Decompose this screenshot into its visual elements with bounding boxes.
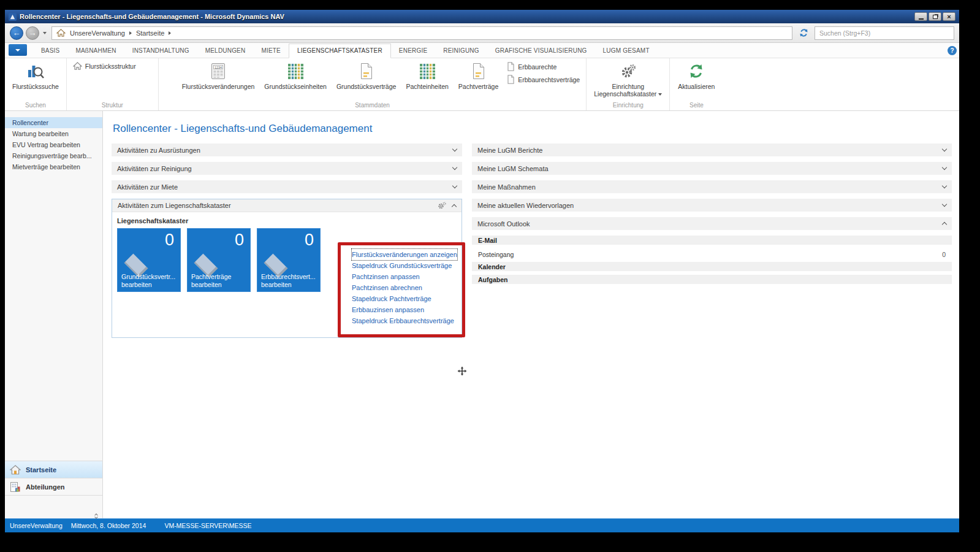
- button-label: Grundstückseinheiten: [264, 83, 327, 90]
- outlook-posteingang[interactable]: Posteingang 0: [472, 248, 952, 261]
- chevron-down-icon[interactable]: [452, 147, 457, 151]
- section-title: Aktivitäten zur Miete: [117, 183, 178, 191]
- nav-item-reinigungsvertraege-bearbeiten[interactable]: Reinigungsverträge bearb...: [5, 150, 102, 161]
- tile-grundstuecksvertraege-bearbeiten[interactable]: 0 Grundstücksvertr...bearbeiten: [117, 228, 181, 292]
- section-aktivitaeten-liegenschaftskataster: Aktivitäten zum Liegenschaftskataster Li…: [112, 199, 462, 338]
- app-icon: [9, 13, 17, 21]
- breadcrumb-arrow-icon[interactable]: [129, 31, 132, 35]
- close-button[interactable]: ×: [943, 12, 955, 21]
- link-stapeldruck-erbbaurechtsvertraege[interactable]: Stapeldruck Erbbaurechtsverträge: [352, 315, 457, 326]
- chevron-down-icon[interactable]: [452, 183, 457, 188]
- link-stapeldruck-pachtvertraege[interactable]: Stapeldruck Pachtverträge: [352, 293, 457, 304]
- nav-startseite[interactable]: Startseite: [5, 461, 102, 478]
- button-label: Pachteinheiten: [406, 83, 448, 90]
- nav-list: Rollencenter Wartung bearbeiten EVU Vert…: [5, 111, 102, 172]
- forward-button[interactable]: →: [26, 26, 39, 40]
- window-controls: ×: [914, 12, 955, 21]
- ribbon-button-pachteinheiten[interactable]: Pachteinheiten: [401, 59, 453, 101]
- section-title: Aktivitäten zum Liegenschaftskataster: [118, 202, 231, 209]
- ribbon-button-aktualisieren[interactable]: Aktualisieren: [673, 59, 720, 101]
- breadcrumb[interactable]: UnsereVerwaltung Startseite: [51, 26, 792, 40]
- help-icon[interactable]: ?: [948, 46, 957, 55]
- section-aktivitaeten-zur-reinigung[interactable]: Aktivitäten zur Reinigung: [112, 162, 462, 175]
- tab-massnahmen[interactable]: MAßNAHMEN: [67, 44, 124, 58]
- section-microsoft-outlook[interactable]: Microsoft Outlook: [472, 217, 952, 230]
- chevron-down-icon[interactable]: [452, 165, 457, 170]
- nav-item-rollencenter[interactable]: Rollencenter: [5, 117, 102, 128]
- nav-item-wartung-bearbeiten[interactable]: Wartung bearbeiten: [5, 128, 102, 139]
- tab-reinigung[interactable]: REINIGUNG: [435, 44, 487, 58]
- nav-item-evu-vertrag-bearbeiten[interactable]: EVU Vertrag bearbeiten: [5, 139, 102, 150]
- status-server: VM-MESSE-SERVER\MESSE: [164, 522, 251, 529]
- document-icon: [359, 62, 374, 80]
- tab-basis[interactable]: BASIS: [33, 44, 67, 58]
- action-links: Flurstücksveränderungen anzeigen Stapeld…: [352, 249, 457, 326]
- chevron-down-icon[interactable]: [942, 183, 947, 188]
- section-title: Microsoft Outlook: [477, 220, 530, 228]
- chevron-down-icon[interactable]: [942, 202, 947, 207]
- link-stapeldruck-grundstuecksvertraege[interactable]: Stapeldruck Grundstücksverträge: [352, 260, 457, 271]
- outlook-row-label: Posteingang: [478, 251, 514, 258]
- ribbon-button-einrichtung-liegenschaftskataster[interactable]: Einrichtung Liegenschaftskataster: [589, 59, 667, 101]
- ribbon-button-pachtvertraege[interactable]: Pachtverträge: [454, 59, 503, 101]
- chevron-down-icon[interactable]: [942, 147, 947, 151]
- tab-energie[interactable]: ENERGIE: [391, 44, 435, 58]
- chevron-down-icon[interactable]: [942, 165, 947, 170]
- ribbon-button-flurstueckssuche[interactable]: Flurstückssuche: [7, 59, 64, 101]
- section-meine-massnahmen[interactable]: Meine Maßnahmen: [472, 180, 952, 193]
- link-pachtzinsen-anpassen[interactable]: Pachtzinsen anpassen: [352, 271, 457, 282]
- refresh-button[interactable]: [797, 27, 810, 39]
- breadcrumb-page[interactable]: Startseite: [136, 29, 164, 37]
- tab-meldungen[interactable]: MELDUNGEN: [197, 44, 254, 58]
- outlook-email-header[interactable]: E-Mail: [472, 236, 952, 245]
- button-label: Flurstücksveränderungen: [182, 83, 254, 90]
- section-meine-lugm-berichte[interactable]: Meine LuGM Berichte: [472, 144, 952, 156]
- chevron-up-icon[interactable]: [942, 222, 947, 227]
- outlook-row-label: Aufgaben: [478, 276, 507, 283]
- search-input[interactable]: [815, 29, 954, 37]
- section-aktivitaeten-zu-ausruestungen[interactable]: Aktivitäten zu Ausrüstungen: [112, 144, 462, 156]
- section-meine-aktuellen-wiedervorlagen[interactable]: Meine aktuellen Wiedervorlagen: [472, 199, 952, 212]
- outlook-aufgaben-header[interactable]: Aufgaben: [472, 275, 952, 284]
- ribbon-button-flurstuecksstruktur[interactable]: Flurstücksstruktur: [73, 62, 136, 70]
- cue-panel-body: Liegenschaftskataster 0 Grundstücksvertr…: [112, 217, 462, 337]
- tile-erbbaurechtsvertraege-bearbeiten[interactable]: 0 Erbbaurechtsvert...bearbeiten: [257, 228, 321, 292]
- nav-abteilungen[interactable]: Abteilungen: [5, 478, 102, 495]
- restore-button[interactable]: [929, 12, 941, 21]
- ribbon-group-struktur: Flurstücksstruktur Struktur: [67, 58, 159, 110]
- button-label: Flurstücksstruktur: [85, 63, 136, 70]
- outlook-kalender-header[interactable]: Kalender: [472, 262, 952, 271]
- tab-lugm-gesamt[interactable]: LUGM GESAMT: [595, 44, 658, 58]
- tab-miete[interactable]: MIETE: [253, 44, 289, 58]
- section-meine-lugm-schemata[interactable]: Meine LuGM Schemata: [472, 162, 952, 175]
- link-flurstuecksveraenderungen-anzeigen[interactable]: Flurstücksveränderungen anzeigen: [352, 249, 457, 260]
- breadcrumb-root[interactable]: UnsereVerwaltung: [70, 29, 125, 37]
- panel-header[interactable]: Aktivitäten zum Liegenschaftskataster: [112, 199, 462, 212]
- gear-icon[interactable]: [438, 202, 446, 209]
- link-pachtzinsen-abrechnen[interactable]: Pachtzinsen abrechnen: [352, 282, 457, 293]
- tab-liegenschaftskataster[interactable]: LIEGENSCHAFTSKATASTER: [289, 44, 391, 58]
- section-aktivitaeten-zur-miete[interactable]: Aktivitäten zur Miete: [112, 180, 462, 193]
- nav-item-mietvertraege-bearbeiten[interactable]: Mietverträge bearbeiten: [5, 161, 102, 172]
- minimize-button[interactable]: [914, 12, 927, 21]
- chevron-up-icon[interactable]: [452, 204, 457, 209]
- app-menu-button[interactable]: [9, 44, 27, 56]
- breadcrumb-arrow-icon[interactable]: [169, 31, 171, 35]
- ribbon-button-grundstuecksvertraege[interactable]: Grundstücksverträge: [332, 59, 401, 101]
- button-label: Erbbaurechte: [518, 63, 556, 71]
- ribbon-button-erbbaurechte[interactable]: Erbbaurechte: [507, 62, 580, 71]
- ribbon-button-erbbaurechtsvertraege[interactable]: Erbbaurechtsverträge: [507, 75, 580, 84]
- tab-grafische-visualisierung[interactable]: GRAFISCHE VISUALISIERUNG: [487, 44, 595, 58]
- tab-instandhaltung[interactable]: INSTANDHALTUNG: [124, 44, 197, 58]
- status-company[interactable]: UnsereVerwaltung: [10, 522, 63, 529]
- back-button[interactable]: ←: [10, 26, 23, 40]
- link-erbbauzinsen-anpassen[interactable]: Erbbauzinsen anpassen: [352, 304, 457, 315]
- group-label-stammdaten: Stammdaten: [161, 101, 583, 110]
- calculator-icon: 1234: [210, 62, 226, 80]
- button-label: Erbbaurechtsverträge: [518, 76, 580, 83]
- nav-pane-toggle[interactable]: [5, 495, 102, 518]
- history-dropdown-icon[interactable]: [43, 32, 47, 34]
- ribbon-button-flurstuecksveraenderungen[interactable]: 1234 Flurstücksveränderungen: [177, 59, 259, 101]
- ribbon-button-grundstueckseinheiten[interactable]: Grundstückseinheiten: [259, 59, 332, 101]
- tile-pachtvertraege-bearbeiten[interactable]: 0 Pachtverträgebearbeiten: [187, 228, 251, 292]
